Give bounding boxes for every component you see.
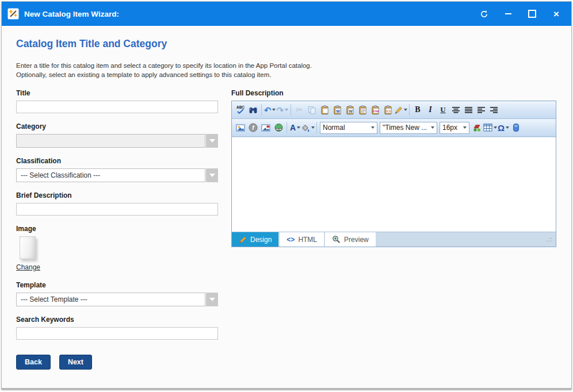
paste-word-nofonts-icon[interactable]: W — [343, 103, 356, 117]
full-description-label: Full Description — [231, 89, 556, 97]
refresh-icon[interactable] — [479, 9, 488, 18]
paragraph-style-select[interactable]: Normal — [320, 122, 377, 134]
paste-as-html-icon[interactable]: HTML — [369, 103, 381, 117]
tab-preview-label: Preview — [344, 236, 369, 244]
page-description: Enter a title for this catalog item and … — [16, 62, 557, 79]
close-button[interactable]: × — [552, 9, 561, 18]
pencil-icon — [239, 236, 247, 244]
svg-text:<>: <> — [386, 109, 391, 113]
background-color-button[interactable] — [301, 121, 315, 134]
code-icon: <> — [286, 236, 295, 244]
copy-icon[interactable] — [305, 103, 318, 117]
window-title: New Catalog Item Wizard: — [24, 10, 479, 18]
format-stripper-button[interactable] — [394, 103, 407, 117]
back-button[interactable]: Back — [16, 355, 51, 370]
brief-description-label: Brief Description — [16, 191, 218, 199]
hyperlink-manager-icon[interactable] — [272, 121, 285, 134]
module-manager-icon[interactable] — [510, 121, 522, 134]
find-replace-icon[interactable] — [247, 103, 259, 117]
template-value[interactable]: --- Select Template --- — [16, 293, 205, 306]
template-dropdown-arrow-icon[interactable] — [206, 293, 218, 306]
svg-text:W: W — [349, 109, 353, 113]
flash-manager-icon[interactable]: f — [247, 121, 259, 134]
insert-symbol-button[interactable]: Ω — [497, 121, 510, 134]
tab-html-label: HTML — [298, 236, 317, 244]
editor-toolbar-row1: ABC — [232, 101, 556, 119]
redo-button[interactable]: ↷ — [276, 103, 289, 117]
description-line-1: Enter a title for this catalog item and … — [16, 62, 557, 71]
tab-html[interactable]: <> HTML — [280, 232, 324, 247]
svg-text:HTML: HTML — [372, 110, 379, 113]
catalog-item-image — [20, 236, 36, 259]
maximize-button[interactable] — [528, 9, 537, 18]
category-dropdown[interactable] — [16, 134, 218, 148]
font-name-select[interactable]: "Times New ... — [380, 122, 437, 134]
paste-html-icon[interactable]: <> — [381, 103, 394, 117]
form-column: Title Category Classification --- Select… — [16, 89, 218, 370]
font-size-select[interactable]: 16px — [440, 122, 469, 134]
full-description-column: Full Description ABC — [231, 89, 556, 370]
underline-button[interactable]: U — [437, 103, 449, 117]
editor-toolbar-row2: f — [232, 119, 556, 137]
search-keywords-label: Search Keywords — [16, 316, 218, 324]
change-image-link[interactable]: Change — [16, 263, 40, 271]
tab-design-label: Design — [250, 236, 272, 244]
wizard-app-icon — [7, 8, 19, 20]
bold-button[interactable]: B — [411, 103, 424, 117]
resize-grip[interactable]: .:: — [547, 236, 556, 243]
paste-icon[interactable] — [318, 103, 331, 117]
search-keywords-input[interactable] — [16, 327, 218, 340]
italic-button[interactable]: I — [424, 103, 437, 117]
minimize-button[interactable] — [503, 9, 513, 18]
category-dropdown-arrow-icon[interactable] — [206, 134, 218, 148]
next-button[interactable]: Next — [59, 355, 92, 370]
template-dropdown[interactable]: --- Select Template --- — [16, 293, 218, 306]
tab-design[interactable]: Design — [232, 232, 278, 247]
brief-description-input[interactable] — [16, 203, 218, 216]
template-label: Template — [16, 281, 218, 289]
insert-table-button[interactable] — [483, 121, 497, 134]
classification-dropdown[interactable]: --- Select Classification --- — [16, 168, 218, 182]
editor-canvas[interactable] — [232, 137, 556, 232]
paste-from-word-icon[interactable]: W — [331, 103, 343, 117]
classification-dropdown-arrow-icon[interactable] — [206, 168, 218, 182]
image-manager-icon[interactable] — [234, 121, 247, 134]
image-label: Image — [16, 225, 218, 233]
cut-icon[interactable]: ✂ — [293, 103, 305, 117]
spellcheck-button[interactable]: ABC — [234, 103, 247, 117]
wizard-content: Catalog Item Title and Category Enter a … — [2, 26, 571, 376]
undo-button[interactable]: ↶ — [263, 103, 276, 117]
editor-mode-tabs: Design <> HTML — [232, 232, 556, 247]
tab-preview[interactable]: Preview — [325, 232, 376, 247]
paste-plain-text-icon[interactable] — [356, 103, 369, 117]
magnifier-icon — [332, 235, 341, 244]
title-input[interactable] — [16, 101, 218, 113]
classification-label: Classification — [16, 157, 218, 165]
justify-icon[interactable] — [462, 103, 475, 117]
foreground-color-button[interactable]: A — [289, 121, 301, 134]
align-center-icon[interactable] — [449, 103, 462, 117]
align-right-icon[interactable] — [487, 103, 500, 117]
category-label: Category — [16, 122, 218, 130]
page-title: Catalog Item Title and Category — [16, 38, 557, 50]
image-map-editor-icon[interactable] — [471, 121, 483, 134]
wizard-dialog: New Catalog Item Wizard: × Catalog Item … — [1, 1, 572, 389]
rich-text-editor: ABC — [231, 101, 556, 247]
title-label: Title — [16, 89, 218, 97]
classification-value[interactable]: --- Select Classification --- — [16, 168, 205, 182]
svg-text:W: W — [336, 109, 340, 113]
align-left-icon[interactable] — [475, 103, 487, 117]
description-line-2: Optionally, select an existing a templat… — [16, 71, 557, 80]
title-bar: New Catalog Item Wizard: × — [2, 2, 571, 26]
media-manager-icon[interactable] — [259, 121, 272, 134]
category-value[interactable] — [16, 134, 205, 148]
screen: New Catalog Item Wizard: × Catalog Item … — [0, 0, 573, 392]
